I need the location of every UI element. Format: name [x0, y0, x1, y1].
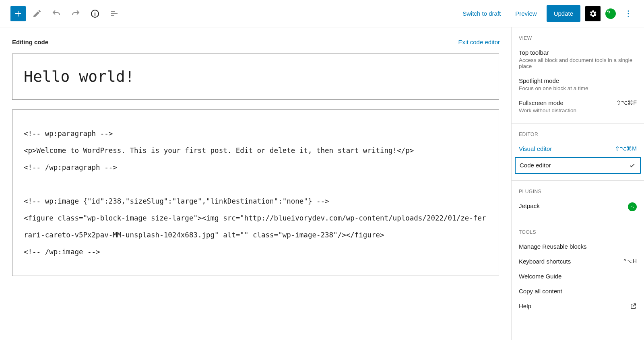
options-panel: View Top toolbar Access all block and do… — [511, 27, 644, 340]
top-toolbar-label: Top toolbar — [519, 49, 637, 56]
plugins-section: Plugins Jetpack — [512, 181, 644, 221]
jetpack-button[interactable] — [605, 8, 616, 19]
toolbar-left — [10, 6, 122, 22]
preview-button[interactable]: Preview — [510, 7, 541, 20]
help-label: Help — [519, 303, 531, 309]
editor-section: Editor Visual editor ⇧⌥⌘M Code editor — [512, 124, 644, 181]
reusable-blocks-label: Manage Reusable blocks — [519, 243, 586, 250]
toolbar-right: Switch to draft Preview Update — [458, 5, 636, 22]
keyboard-shortcuts-shortcut: ^⌥H — [620, 258, 637, 264]
spotlight-label: Spotlight mode — [519, 77, 588, 84]
visual-editor-shortcut: ⇧⌥⌘M — [612, 145, 637, 152]
update-button[interactable]: Update — [547, 5, 580, 22]
pencil-icon — [32, 9, 42, 19]
post-title-input[interactable]: Hello world! — [12, 54, 499, 100]
add-block-button[interactable] — [10, 6, 26, 21]
undo-button[interactable] — [48, 6, 64, 22]
visual-editor-option[interactable]: Visual editor ⇧⌥⌘M — [512, 141, 644, 156]
fullscreen-shortcut: ⇧⌥⌘F — [613, 99, 637, 106]
keyboard-shortcuts-option[interactable]: Keyboard shortcuts ^⌥H — [512, 254, 644, 269]
code-editor-header: Editing code Exit code editor — [2, 27, 510, 54]
svg-point-3 — [628, 15, 629, 16]
welcome-guide-option[interactable]: Welcome Guide — [512, 269, 644, 284]
redo-icon — [71, 9, 80, 19]
jetpack-label: Jetpack — [519, 202, 540, 209]
outline-icon — [109, 9, 119, 19]
svg-point-1 — [628, 10, 629, 12]
keyboard-shortcuts-label: Keyboard shortcuts — [519, 258, 571, 265]
jetpack-icon — [605, 8, 612, 15]
code-editor-option[interactable]: Code editor — [515, 157, 641, 174]
more-options-button[interactable] — [621, 6, 636, 21]
top-toolbar-desc: Access all block and document tools in a… — [519, 57, 637, 69]
spotlight-option[interactable]: Spotlight mode Focus on one block at a t… — [512, 73, 644, 95]
top-toolbar: Switch to draft Preview Update — [0, 0, 644, 27]
external-link-icon — [630, 303, 637, 310]
reusable-blocks-option[interactable]: Manage Reusable blocks — [512, 239, 644, 254]
tools-heading: Tools — [512, 227, 644, 239]
jetpack-option[interactable]: Jetpack — [512, 198, 644, 215]
plugins-heading: Plugins — [512, 186, 644, 198]
visual-editor-label: Visual editor — [519, 145, 552, 152]
fullscreen-desc: Work without distraction — [519, 107, 576, 113]
view-section: View Top toolbar Access all block and do… — [512, 27, 644, 124]
jetpack-badge-icon — [628, 202, 637, 211]
fullscreen-label: Fullscreen mode — [519, 99, 576, 106]
jetpack-icon — [630, 204, 635, 210]
copy-all-label: Copy all content — [519, 288, 562, 295]
edit-mode-button[interactable] — [29, 6, 45, 22]
svg-point-2 — [628, 13, 629, 14]
settings-button[interactable] — [585, 6, 601, 21]
help-option[interactable]: Help — [512, 299, 644, 314]
info-button[interactable] — [87, 6, 103, 22]
welcome-guide-label: Welcome Guide — [519, 273, 561, 280]
switch-to-draft-button[interactable]: Switch to draft — [458, 7, 506, 20]
tools-section: Tools Manage Reusable blocks Keyboard sh… — [512, 221, 644, 319]
copy-all-option[interactable]: Copy all content — [512, 284, 644, 299]
view-heading: View — [512, 33, 644, 45]
gear-icon — [588, 9, 597, 18]
editing-code-label: Editing code — [12, 39, 48, 45]
fullscreen-option[interactable]: Fullscreen mode Work without distraction… — [512, 95, 644, 117]
editor-layout: Editing code Exit code editor Hello worl… — [0, 27, 644, 340]
post-content-code[interactable]: <!-- wp:paragraph --> <p>Welcome to Word… — [12, 109, 499, 276]
undo-icon — [52, 9, 61, 19]
plus-icon — [13, 9, 23, 19]
top-toolbar-option[interactable]: Top toolbar Access all block and documen… — [512, 45, 644, 73]
editor-heading: Editor — [512, 129, 644, 141]
spotlight-desc: Focus on one block at a time — [519, 85, 588, 91]
exit-code-editor-link[interactable]: Exit code editor — [458, 39, 500, 45]
info-icon — [90, 9, 100, 19]
code-editor-main: Editing code Exit code editor Hello worl… — [0, 27, 511, 340]
dots-vertical-icon — [624, 9, 633, 18]
outline-button[interactable] — [106, 6, 122, 22]
code-editor-label: Code editor — [520, 162, 551, 169]
redo-button[interactable] — [68, 6, 84, 22]
check-icon — [629, 162, 636, 169]
